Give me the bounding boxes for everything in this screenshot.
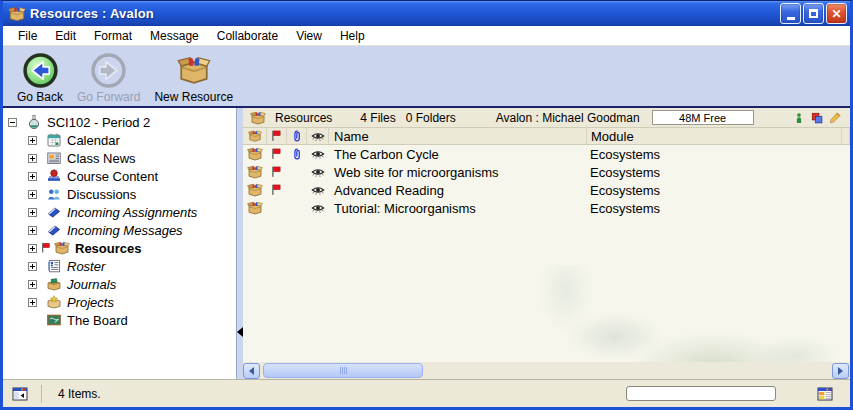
window-title: Resources : Avalon [30,6,154,21]
item-icon-cell [243,181,267,199]
expand-twisty[interactable] [28,208,37,217]
new-resource-button[interactable]: New Resource [150,50,237,105]
board-icon [46,312,62,328]
tree-item-class-root[interactable]: SCI102 - Period 2 [3,113,236,131]
menu-edit[interactable]: Edit [46,27,85,45]
calendar-icon [46,132,62,148]
tree-item-discussions[interactable]: Discussions [3,185,236,203]
item-icon-cell [243,199,267,217]
flag-icon [270,147,284,161]
panel-layout-icon[interactable] [816,386,834,402]
tree-item-journals[interactable]: Journals [3,275,236,293]
person-icon[interactable] [792,111,806,125]
list-item-tutorial[interactable]: Tutorial: Microorganisms Ecosystems [243,199,850,217]
eye-icon [311,165,325,179]
tree-item-course-content[interactable]: Course Content [3,167,236,185]
attachment-cell [287,163,307,181]
item-module: Ecosystems [586,199,850,217]
expand-twisty[interactable] [28,172,37,181]
horizontal-scrollbar[interactable] [243,362,850,379]
menu-help[interactable]: Help [331,27,374,45]
scroll-left-button[interactable] [243,363,260,379]
item-count-text: 4 Items. [58,387,101,401]
maximize-button[interactable] [803,3,824,24]
flag-cell [267,163,287,181]
item-name: Web site for microorganisms [329,163,586,181]
overlapping-squares-icon[interactable] [810,111,824,125]
tree-item-incoming-assignments[interactable]: Incoming Assignments [3,203,236,221]
go-forward-icon [90,51,128,89]
tree-item-class-news[interactable]: Class News [3,149,236,167]
name-column-header[interactable]: Name [329,128,586,144]
pencil-icon[interactable] [828,111,842,125]
scrollbar-thumb[interactable] [263,363,423,378]
tree-item-incoming-messages[interactable]: Incoming Messages [3,221,236,239]
flag-cell [267,181,287,199]
flag-cell [267,199,287,217]
tree-item-resources[interactable]: Resources [3,239,236,257]
expand-twisty[interactable] [28,136,37,145]
expand-twisty[interactable] [28,280,37,289]
file-count: 4 Files [360,111,395,125]
collapse-twisty[interactable] [8,118,17,127]
flag-column-header[interactable] [267,128,287,144]
attachment-column-header[interactable] [287,128,307,144]
visibility-cell [307,163,329,181]
expand-twisty[interactable] [28,244,37,253]
journals-icon [46,276,62,292]
maximize-icon [809,9,818,18]
minimize-button[interactable] [780,3,801,24]
go-back-button[interactable]: Go Back [13,50,67,105]
folder-count: 0 Folders [406,111,456,125]
scroll-right-button[interactable] [832,363,849,379]
expand-twisty[interactable] [28,154,37,163]
tree-panel: SCI102 - Period 2 Calendar Class News Co… [3,108,236,379]
toolbar: Go Back Go Forward New Resource [3,46,850,108]
tree-item-roster[interactable]: Roster [3,257,236,275]
module-column-header[interactable]: Module [586,128,850,144]
status-divider [41,385,42,403]
menu-message[interactable]: Message [141,27,208,45]
menu-format[interactable]: Format [85,27,141,45]
eye-icon [311,183,325,197]
item-module: Ecosystems [586,181,850,199]
visibility-cell [307,145,329,163]
tree-item-label: Class News [67,151,136,166]
flag-icon [40,241,53,255]
app-icon [8,5,26,23]
tree-item-label: Incoming Assignments [67,205,197,220]
expand-twisty[interactable] [28,298,37,307]
expand-twisty[interactable] [28,190,37,199]
item-type-column-header[interactable] [243,128,267,144]
menu-view[interactable]: View [287,27,331,45]
attachment-cell [287,181,307,199]
menu-file[interactable]: File [9,27,46,45]
close-button[interactable]: ✕ [826,3,847,24]
free-space-text: 48M Free [679,112,726,124]
box-icon [248,129,262,143]
menubar: File Edit Format Message Collaborate Vie… [3,26,850,46]
collapse-panel-icon[interactable] [11,386,29,402]
list-item-carbon-cycle[interactable]: The Carbon Cycle Ecosystems [243,145,850,163]
tree-item-calendar[interactable]: Calendar [3,131,236,149]
panel-splitter[interactable] [236,108,243,379]
menu-collaborate[interactable]: Collaborate [208,27,287,45]
list-item-advanced-reading[interactable]: Advanced Reading Ecosystems [243,181,850,199]
go-forward-button[interactable]: Go Forward [73,50,144,105]
twisty-spacer [28,316,37,325]
tree-item-projects[interactable]: Projects [3,293,236,311]
close-icon: ✕ [831,7,841,21]
visibility-column-header[interactable] [307,128,329,144]
projects-icon [46,294,62,310]
paperclip-icon [290,129,304,143]
resources-box-icon [250,110,266,126]
tree-root-label: SCI102 - Period 2 [47,115,150,130]
box-icon [247,200,263,216]
item-icon-cell [243,163,267,181]
tree-item-the-board[interactable]: The Board [3,311,236,329]
app-window: Resources : Avalon ✕ File Edit Format Me… [0,0,853,410]
expand-twisty[interactable] [28,226,37,235]
list-item-web-site[interactable]: Web site for microorganisms Ecosystems [243,163,850,181]
tree-item-label: The Board [67,313,128,328]
expand-twisty[interactable] [28,262,37,271]
